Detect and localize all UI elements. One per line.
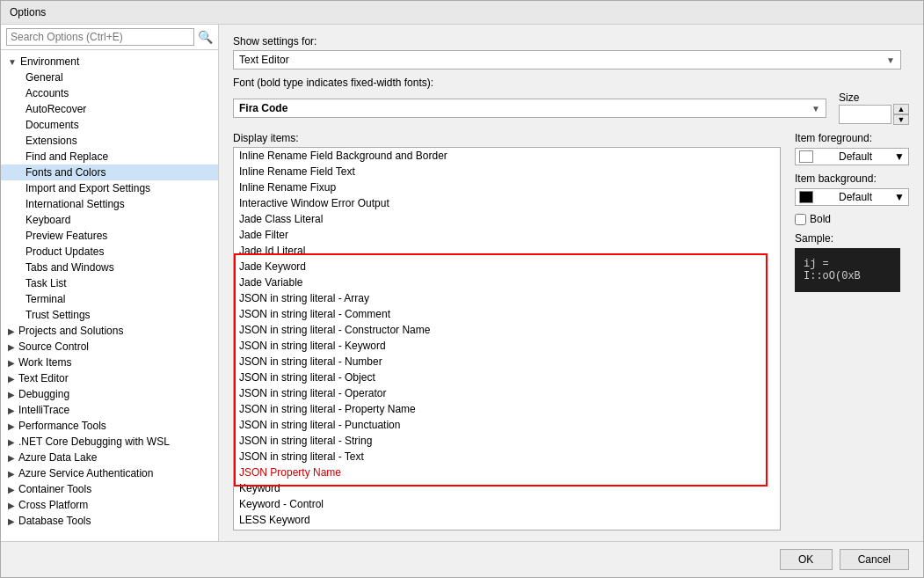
display-items-list[interactable]: Inline Rename Field Background and Borde… (233, 147, 781, 530)
list-item[interactable]: JSON in string literal - Constructor Nam… (234, 322, 780, 338)
sidebar-item-task-list[interactable]: Task List (1, 275, 218, 291)
dropdown-arrow-icon: ▼ (886, 55, 895, 65)
sidebar-item-cross-platform[interactable]: ▶ Cross Platform (1, 497, 218, 513)
list-item[interactable]: Jade Keyword (234, 259, 780, 274)
list-item[interactable]: Interactive Window Error Output (234, 195, 780, 211)
expand-arrow: ▶ (8, 358, 15, 368)
expand-arrow: ▶ (8, 501, 15, 510)
dropdown-arrow-icon: ▼ (811, 104, 820, 113)
sidebar-item-work-items[interactable]: ▶ Work Items (1, 355, 218, 370)
list-item[interactable]: Jade Id Literal (234, 243, 780, 259)
sample-preview: ij = I::oO(0xB (795, 248, 900, 292)
sidebar-item-azure-service-auth[interactable]: ▶ Azure Service Authentication (1, 465, 218, 481)
list-item[interactable]: LESS Keyword (234, 512, 780, 528)
list-item[interactable]: JSON in string literal - Keyword (234, 338, 780, 354)
sample-box: Sample: ij = I::oO(0xB (795, 232, 909, 292)
list-item[interactable]: LESS Mixin Declaration (234, 528, 780, 530)
sidebar-item-intellitrace[interactable]: ▶ IntelliTrace (1, 402, 218, 418)
list-item[interactable]: JSON in string literal - Comment (234, 306, 780, 322)
sidebar-item-preview[interactable]: Preview Features (1, 228, 218, 244)
expand-arrow: ▶ (8, 342, 15, 352)
expand-arrow: ▼ (8, 57, 17, 67)
bottom-bar: OK Cancel (1, 541, 923, 577)
cancel-button[interactable]: Cancel (840, 549, 909, 570)
sidebar-item-text-editor[interactable]: ▶ Text Editor (1, 370, 218, 386)
list-item-json-property-name[interactable]: JSON Property Name (234, 465, 780, 480)
list-item[interactable]: Jade Variable (234, 274, 780, 290)
list-item[interactable]: JSON in string literal - Property Name (234, 401, 780, 417)
sidebar-item-extensions[interactable]: Extensions (1, 133, 218, 149)
foreground-color-box (799, 150, 813, 163)
sidebar-item-container-tools[interactable]: ▶ Container Tools (1, 481, 218, 497)
ok-button[interactable]: OK (780, 549, 833, 570)
font-size-input[interactable]: 10 (839, 105, 891, 124)
expand-arrow: ▶ (8, 453, 15, 463)
list-item[interactable]: Keyword (234, 480, 780, 496)
expand-arrow: ▶ (8, 437, 15, 447)
sidebar-item-projects-solutions[interactable]: ▶ Projects and Solutions (1, 323, 218, 339)
spinner-up-button[interactable]: ▲ (893, 104, 909, 114)
list-item[interactable]: Inline Rename Field Background and Borde… (234, 148, 780, 164)
list-item[interactable]: Inline Rename Fixup (234, 179, 780, 195)
search-bar: 🔍 (1, 25, 218, 50)
list-item[interactable]: Keyword - Control (234, 496, 780, 512)
list-item[interactable]: JSON in string literal - Operator (234, 385, 780, 401)
list-item[interactable]: JSON in string literal - Number (234, 354, 780, 369)
sidebar-item-product-updates[interactable]: Product Updates (1, 244, 218, 260)
sidebar-item-find-replace[interactable]: Find and Replace (1, 149, 218, 165)
main-content: 🔍 ▼ Environment General Accounts AutoRec… (1, 25, 923, 541)
right-panel: Show settings for: Text Editor ▼ Font (b… (219, 25, 923, 541)
list-item[interactable]: JSON in string literal - Text (234, 449, 780, 465)
dropdown-arrow-icon: ▼ (894, 150, 905, 163)
sidebar-item-debugging[interactable]: ▶ Debugging (1, 386, 218, 402)
font-select[interactable]: Fira Code ▼ (233, 99, 826, 118)
sidebar-item-database-tools[interactable]: ▶ Database Tools (1, 513, 218, 529)
list-item[interactable]: JSON in string literal - Object (234, 369, 780, 385)
show-settings-select-row: Text Editor ▼ (233, 50, 909, 70)
background-color-box (799, 191, 813, 203)
font-size-spinner: ▲ ▼ (893, 104, 909, 125)
sidebar-item-import-export[interactable]: Import and Export Settings (1, 180, 218, 196)
tree: ▼ Environment General Accounts AutoRecov… (1, 50, 218, 541)
bold-checkbox[interactable] (795, 214, 806, 225)
sidebar-item-net-core-debugging[interactable]: ▶ .NET Core Debugging with WSL (1, 434, 218, 450)
list-item[interactable]: Jade Filter (234, 227, 780, 243)
show-settings-select[interactable]: Text Editor ▼ (233, 50, 901, 70)
search-input[interactable] (6, 28, 194, 46)
sidebar-item-fonts-colors[interactable]: Fonts and Colors (1, 165, 218, 180)
sidebar-item-source-control[interactable]: ▶ Source Control (1, 339, 218, 355)
sidebar-item-accounts[interactable]: Accounts (1, 85, 218, 101)
sidebar-item-keyboard[interactable]: Keyboard (1, 212, 218, 228)
item-background-select[interactable]: Default ▼ (795, 188, 909, 206)
sidebar-item-autorecover[interactable]: AutoRecover (1, 101, 218, 117)
sidebar-item-terminal[interactable]: Terminal (1, 291, 218, 307)
sidebar-item-environment[interactable]: ▼ Environment (1, 54, 218, 70)
sidebar-item-trust-settings[interactable]: Trust Settings (1, 307, 218, 323)
list-item[interactable]: Inline Rename Field Text (234, 164, 780, 179)
font-row: Font (bold type indicates fixed-width fo… (233, 77, 909, 125)
item-background-label: Item background: (795, 172, 909, 185)
item-foreground-label: Item foreground: (795, 132, 909, 144)
list-item[interactable]: JSON in string literal - String (234, 433, 780, 449)
expand-arrow: ▶ (8, 516, 15, 526)
expand-arrow: ▶ (8, 326, 15, 336)
list-item[interactable]: Jade Class Literal (234, 211, 780, 227)
item-background-group: Item background: Default ▼ (795, 172, 909, 206)
options-window: Options 🔍 ▼ Environment General Accounts (0, 0, 924, 578)
sidebar-item-documents[interactable]: Documents (1, 117, 218, 133)
display-items-label: Display items: (233, 132, 781, 144)
sidebar-item-performance-tools[interactable]: ▶ Performance Tools (1, 418, 218, 434)
middle-row: Display items: Inline Rename Field Backg… (233, 132, 909, 530)
sidebar-item-tabs-windows[interactable]: Tabs and Windows (1, 260, 218, 275)
spinner-down-button[interactable]: ▼ (893, 114, 909, 125)
sidebar-item-general[interactable]: General (1, 70, 218, 85)
show-settings-row: Show settings for: Text Editor ▼ (233, 35, 909, 70)
sidebar-item-azure-data-lake[interactable]: ▶ Azure Data Lake (1, 450, 218, 465)
list-item[interactable]: JSON in string literal - Punctuation (234, 417, 780, 433)
bold-row: Bold (795, 213, 909, 225)
list-item[interactable]: JSON in string literal - Array (234, 290, 780, 306)
expand-arrow: ▶ (8, 374, 15, 384)
item-foreground-select[interactable]: Default ▼ (795, 148, 909, 165)
sidebar-item-international[interactable]: International Settings (1, 196, 218, 212)
sidebar: 🔍 ▼ Environment General Accounts AutoRec… (1, 25, 219, 541)
